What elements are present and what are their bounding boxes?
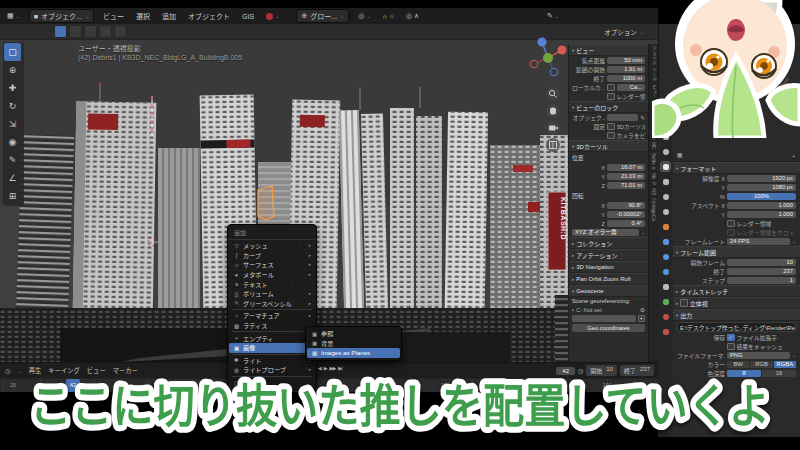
- tab-object-icon[interactable]: [661, 222, 670, 231]
- tab-world-icon[interactable]: [661, 207, 670, 216]
- resolution-pct-slider[interactable]: 100%: [727, 193, 796, 201]
- chevron-down-icon[interactable]: ⌄: [791, 152, 796, 158]
- tool-select-box[interactable]: ▢: [4, 43, 21, 61]
- tab-view-layer-icon[interactable]: [661, 177, 670, 186]
- panel-3d-navigation-header[interactable]: ▸3D Navigation: [569, 261, 648, 273]
- menu-item-volume[interactable]: ▒ボリューム▸: [229, 289, 315, 299]
- menu-item-camera[interactable]: ▢カメラ: [229, 378, 315, 388]
- resolution-y-field[interactable]: 1080 px: [727, 184, 796, 192]
- panel-time-stretch-header[interactable]: ▸タイムストレッチ: [673, 285, 800, 297]
- tab-render-icon[interactable]: [661, 147, 670, 156]
- tool-scale[interactable]: ⇲: [4, 115, 21, 133]
- stereoscopy-checkbox[interactable]: [680, 299, 688, 307]
- menu-item-lattice[interactable]: ▦ラティス: [229, 321, 315, 331]
- panel-collections-header[interactable]: ▸コレクション: [569, 237, 648, 249]
- panel-geoscene-header[interactable]: ▾Geoscene: [569, 285, 648, 297]
- menu-view[interactable]: ビュー: [100, 10, 127, 22]
- menu-item-mesh[interactable]: ▽メッシュ▸: [229, 241, 315, 251]
- aspect-x-field[interactable]: 1.000: [727, 202, 796, 210]
- menu-item-metaball[interactable]: ●メタボール▸: [229, 270, 315, 280]
- frame-step-field[interactable]: 1: [727, 277, 796, 285]
- gear-icon[interactable]: ⚙: [640, 307, 645, 313]
- panel-frame-range-header[interactable]: ▾フレーム範囲: [673, 246, 800, 258]
- render-region-checkbox[interactable]: [607, 93, 615, 101]
- menu-item-armature[interactable]: ⑂アーマチュア▸: [229, 311, 315, 321]
- jump-to-end-button[interactable]: ▶|: [338, 365, 341, 371]
- tool-measure[interactable]: ∠: [4, 169, 21, 187]
- tab-e[interactable]: e: [651, 167, 656, 170]
- geo-coordinates-button[interactable]: Geo coordinates: [572, 324, 645, 332]
- tool-setting-toggle-2[interactable]: [69, 25, 82, 38]
- submenu-item-images-as-planes[interactable]: ▦Images as Planes: [307, 348, 400, 358]
- tab-material-icon[interactable]: [661, 312, 670, 321]
- panel-view-header[interactable]: ▾ビュー: [569, 44, 648, 56]
- aspect-y-field[interactable]: 1.000: [727, 211, 796, 219]
- gizmo-z-neg[interactable]: [550, 68, 558, 76]
- menu-keying[interactable]: キーイング: [48, 366, 79, 375]
- auto-keying-icon[interactable]: ◷: [578, 367, 583, 374]
- menu-playback[interactable]: 再生: [29, 366, 42, 375]
- tab-object-data-icon[interactable]: [661, 297, 670, 306]
- gizmo-x-axis[interactable]: [558, 46, 567, 55]
- proportional-edit-toggle[interactable]: ◎ ∧: [403, 11, 422, 21]
- transform-orientation-dropdown[interactable]: ⊕ グロー... ⌄: [296, 9, 349, 23]
- timeline-ruler[interactable]: 20 40 60 80 100 120 140 160 180 200 220 …: [0, 378, 658, 392]
- zoom-button[interactable]: [546, 87, 560, 101]
- tab-texture-icon[interactable]: [661, 327, 670, 336]
- cursor-rot-x[interactable]: 90.8°: [607, 202, 645, 209]
- geoscene-field[interactable]: [572, 315, 636, 322]
- depth-16-option[interactable]: 16: [762, 370, 796, 378]
- tab-constraints-icon[interactable]: [661, 282, 670, 291]
- mode-dropdown[interactable]: ■ オブジェク... ⌄: [29, 9, 94, 23]
- file-extensions-checkbox[interactable]: ✓: [727, 334, 735, 342]
- color-bw-option[interactable]: BW: [727, 361, 749, 369]
- euler-order-dropdown[interactable]: XYZ オイラー角: [572, 229, 639, 236]
- clip-start-field[interactable]: 1.91 m: [607, 66, 645, 73]
- tab-mc[interactable]: MC: [651, 142, 656, 149]
- panel-view-lock-header[interactable]: ▾ビューのロック: [569, 101, 648, 113]
- gizmo-z-axis[interactable]: [538, 38, 547, 47]
- play-button[interactable]: ▶: [324, 365, 327, 371]
- menu-item-light[interactable]: ✺ライト▸: [229, 356, 315, 366]
- crop-region-checkbox[interactable]: [727, 229, 735, 237]
- tool-move[interactable]: ✚: [4, 79, 21, 97]
- menu-add[interactable]: 追加: [159, 10, 179, 22]
- frame-rate-dropdown[interactable]: 24 FPS: [727, 238, 790, 246]
- panel-format-header[interactable]: ▾フォーマット: [673, 162, 800, 174]
- camera-view-button[interactable]: [546, 121, 560, 135]
- navigation-gizmo[interactable]: [526, 34, 570, 80]
- menu-item-grease-pencil[interactable]: ✎グリースペンシル▸: [229, 299, 315, 309]
- tab-physics-icon[interactable]: [661, 267, 670, 276]
- submenu-item-reference[interactable]: ▣参照: [307, 329, 400, 339]
- panel-annotations-header[interactable]: ▸アノテーション: [569, 249, 648, 261]
- play-reverse-button[interactable]: ◀: [318, 365, 321, 371]
- local-camera-checkbox[interactable]: [607, 84, 615, 92]
- menu-object[interactable]: オブジェクト: [185, 10, 233, 22]
- snap-toggle[interactable]: ∩ ⊙: [380, 12, 397, 21]
- gis-addon-button[interactable]: ⌄: [263, 12, 282, 21]
- tool-annotate[interactable]: ✎: [4, 151, 21, 169]
- editor-type-button[interactable]: ▦ ⌄: [4, 11, 23, 21]
- cursor-rot-y[interactable]: -0.00002°: [607, 211, 645, 218]
- tab-output-icon[interactable]: [661, 162, 670, 171]
- tab-particles-icon[interactable]: [661, 252, 670, 261]
- pan-hand-button[interactable]: [546, 104, 560, 118]
- tab-bulds[interactable]: Bulds: [651, 153, 656, 165]
- pivot-point-dropdown[interactable]: ◎ ⌄: [355, 11, 373, 21]
- color-rgba-option[interactable]: RGBA: [774, 361, 796, 369]
- lock-object-field[interactable]: [607, 114, 638, 121]
- options-dropdown[interactable]: オプション ⌄: [604, 27, 644, 37]
- geoscene-add-button[interactable]: +: [638, 315, 646, 323]
- menu-select[interactable]: 選択: [133, 10, 153, 22]
- tool-rotate[interactable]: ↻: [4, 97, 21, 115]
- next-keyframe-button[interactable]: ▶▶: [330, 365, 336, 371]
- gizmo-y-axis[interactable]: [543, 53, 553, 63]
- panel-pan-orbit-header[interactable]: ▸Pan Orbit Zoom Roll: [569, 273, 648, 285]
- cursor-loc-z[interactable]: 71.01 m: [607, 182, 645, 189]
- clip-end-field[interactable]: 1000 m: [607, 75, 645, 82]
- frame-start-chip[interactable]: 開始10: [586, 365, 617, 376]
- menu-gis[interactable]: GIS: [239, 12, 257, 21]
- gizmo-x-neg[interactable]: [530, 60, 538, 68]
- cursor-loc-x[interactable]: 16.07 m: [607, 164, 645, 171]
- frame-end-field[interactable]: 237: [727, 268, 796, 276]
